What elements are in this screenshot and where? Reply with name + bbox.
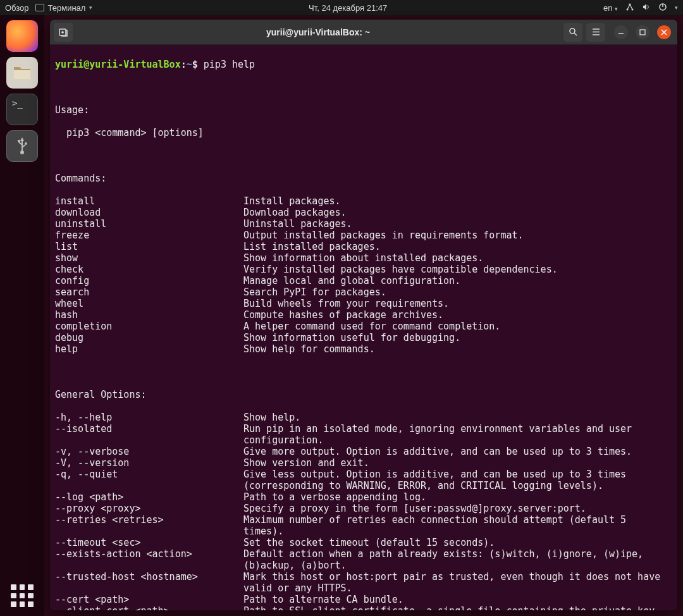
prompt-user-host: yurii@yurii-VirtualBox xyxy=(55,59,181,70)
app-menu[interactable]: Терминал ▾ xyxy=(35,3,93,13)
show-applications-button[interactable] xyxy=(11,584,34,607)
entered-command: pip3 help xyxy=(204,59,255,70)
command-row: freezeOutput installed packages in requi… xyxy=(55,230,672,241)
system-menu-chevron-icon[interactable]: ▾ xyxy=(675,4,678,11)
option-desc: Default action when a path already exist… xyxy=(243,548,661,571)
terminal-body[interactable]: yurii@yurii-VirtualBox:~$ pip3 help Usag… xyxy=(50,45,677,610)
option-row: --retries <retries>Maximum number of ret… xyxy=(55,514,672,537)
option-name: --log <path> xyxy=(55,491,243,503)
clock[interactable]: Чт, 24 декабря 21:47 xyxy=(92,3,603,13)
keyboard-layout-indicator[interactable]: en ▾ xyxy=(603,3,618,13)
option-name: --retries <retries> xyxy=(55,514,243,526)
svg-point-9 xyxy=(570,28,575,34)
window-maximize-button[interactable] xyxy=(636,25,649,39)
option-row: -V, --versionShow version and exit. xyxy=(55,457,672,469)
option-desc: Show help. xyxy=(243,412,300,423)
network-icon[interactable] xyxy=(625,3,634,13)
command-desc: Show information useful for debugging. xyxy=(243,332,460,343)
search-button[interactable] xyxy=(563,23,582,42)
option-desc: Specify a proxy in the form [user:passwd… xyxy=(243,503,586,514)
command-row: configManage local and global configurat… xyxy=(55,275,672,286)
activities-button[interactable]: Обзор xyxy=(5,3,29,13)
command-desc: A helper command used for command comple… xyxy=(243,321,500,332)
option-name: --trusted-host <hostname> xyxy=(55,571,243,582)
option-row: --client-cert <path>Path to SSL client c… xyxy=(55,605,672,610)
dock-item-usb[interactable] xyxy=(6,130,38,162)
option-name: --client-cert <path> xyxy=(55,605,243,610)
command-row: installInstall packages. xyxy=(55,195,672,207)
svg-marker-6 xyxy=(20,137,24,141)
prompt-path: ~ xyxy=(187,59,192,70)
usage-line: pip3 <command> [options] xyxy=(66,127,204,139)
command-row: listList installed packages. xyxy=(55,241,672,252)
command-row: completionA helper command used for comm… xyxy=(55,321,672,332)
option-name: --isolated xyxy=(55,423,243,434)
command-name: help xyxy=(55,343,243,355)
command-name: config xyxy=(55,275,243,286)
window-titlebar[interactable]: yurii@yurii-VirtualBox: ~ xyxy=(50,20,677,45)
command-row: searchSearch PyPI for packages. xyxy=(55,286,672,298)
command-desc: Compute hashes of package archives. xyxy=(243,309,443,321)
option-name: --proxy <proxy> xyxy=(55,503,243,514)
option-desc: Path to a verbose appending log. xyxy=(243,491,426,503)
command-name: show xyxy=(55,252,243,264)
command-row: wheelBuild wheels from your requirements… xyxy=(55,298,672,309)
svg-point-7 xyxy=(25,142,27,145)
command-row: hashCompute hashes of package archives. xyxy=(55,309,672,321)
command-row: showShow information about installed pac… xyxy=(55,252,672,264)
volume-icon[interactable] xyxy=(642,3,651,13)
command-name: completion xyxy=(55,321,243,332)
command-row: downloadDownload packages. xyxy=(55,207,672,218)
dock-item-firefox[interactable] xyxy=(6,20,38,52)
dock-item-files[interactable] xyxy=(6,57,38,89)
command-desc: Show information about installed package… xyxy=(243,252,483,264)
command-name: download xyxy=(55,207,243,218)
option-desc: Maximum number of retries each connectio… xyxy=(243,514,661,537)
option-row: --exists-action <action>Default action w… xyxy=(55,548,672,571)
command-desc: Verify installed packages have compatibl… xyxy=(243,264,558,275)
option-desc: Path to SSL client certificate, a single… xyxy=(243,605,661,610)
option-row: --trusted-host <hostname>Mark this host … xyxy=(55,571,672,594)
option-name: --timeout <sec> xyxy=(55,537,243,548)
option-name: --exists-action <action> xyxy=(55,548,243,560)
command-name: freeze xyxy=(55,230,243,241)
command-name: debug xyxy=(55,332,243,343)
option-name: -v, --verbose xyxy=(55,446,243,457)
command-desc: Download packages. xyxy=(243,207,347,218)
prompt-symbol: $ xyxy=(192,59,198,70)
option-row: -q, --quietGive less output. Option is a… xyxy=(55,469,672,491)
window-minimize-button[interactable] xyxy=(614,25,628,39)
option-row: --isolatedRun pip in an isolated mode, i… xyxy=(55,423,672,446)
command-desc: Search PyPI for packages. xyxy=(243,286,386,298)
dock-item-terminal[interactable] xyxy=(6,94,38,125)
command-name: list xyxy=(55,241,243,252)
command-name: check xyxy=(55,264,243,275)
option-desc: Give less output. Option is additive, an… xyxy=(243,469,661,491)
command-row: helpShow help for commands. xyxy=(55,343,672,355)
option-row: --log <path>Path to a verbose appending … xyxy=(55,491,672,503)
commands-header: Commands: xyxy=(55,173,672,184)
dock xyxy=(0,15,44,616)
svg-rect-10 xyxy=(640,30,645,35)
option-name: -q, --quiet xyxy=(55,469,243,480)
option-desc: Show version and exit. xyxy=(243,457,369,469)
option-row: -v, --verboseGive more output. Option is… xyxy=(55,446,672,457)
option-desc: Mark this host or host:port pair as trus… xyxy=(243,571,661,594)
power-icon[interactable] xyxy=(658,3,667,13)
option-desc: Path to alternate CA bundle. xyxy=(243,594,403,605)
option-name: -h, --help xyxy=(55,412,243,423)
commands-list: installInstall packages. downloadDownloa… xyxy=(55,195,672,355)
command-row: uninstallUninstall packages. xyxy=(55,218,672,230)
command-desc: List installed packages. xyxy=(243,241,381,252)
hamburger-menu-button[interactable] xyxy=(586,23,605,42)
command-name: search xyxy=(55,286,243,298)
new-tab-button[interactable] xyxy=(54,23,73,42)
option-desc: Run pip in an isolated mode, ignoring en… xyxy=(243,423,661,446)
command-name: hash xyxy=(55,309,243,321)
command-desc: Show help for commands. xyxy=(243,343,375,355)
window-title: yurii@yurii-VirtualBox: ~ xyxy=(266,27,370,37)
option-row: --proxy <proxy>Specify a proxy in the fo… xyxy=(55,503,672,514)
command-desc: Output installed packages in requirement… xyxy=(243,230,524,241)
window-close-button[interactable] xyxy=(657,25,671,39)
command-desc: Manage local and global configuration. xyxy=(243,275,460,286)
